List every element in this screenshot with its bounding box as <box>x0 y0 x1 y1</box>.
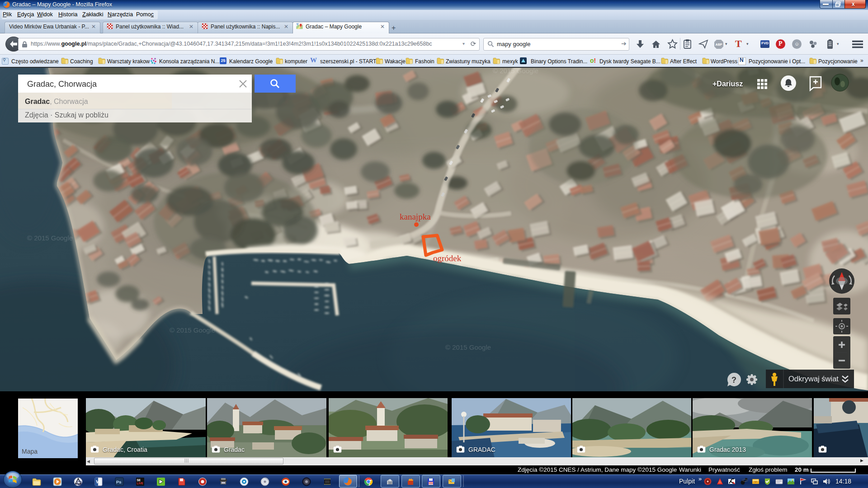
svg-text:Ps: Ps <box>116 479 122 484</box>
svg-text:ABP: ABP <box>716 43 722 46</box>
svg-text:Gradac, Chorwacja: Gradac, Chorwacja <box>25 98 88 105</box>
svg-text:?: ? <box>731 375 736 385</box>
svg-text:ogródek: ogródek <box>433 253 462 263</box>
svg-text:kanajpka: kanajpka <box>400 212 431 221</box>
svg-text:Odkrywaj świat: Odkrywaj świat <box>788 375 839 383</box>
svg-text:Mapa: Mapa <box>22 448 38 455</box>
svg-text:Gradac, Chorwacja: Gradac, Chorwacja <box>27 80 97 89</box>
svg-text:W: W <box>96 479 100 484</box>
svg-text:LIVE: LIVE <box>137 482 144 485</box>
svg-text:+Dariusz: +Dariusz <box>712 80 743 88</box>
svg-text:SE: SE <box>137 479 141 482</box>
svg-text:Zdjęcia · Szukaj w pobliżu: Zdjęcia · Szukaj w pobliżu <box>25 111 108 119</box>
